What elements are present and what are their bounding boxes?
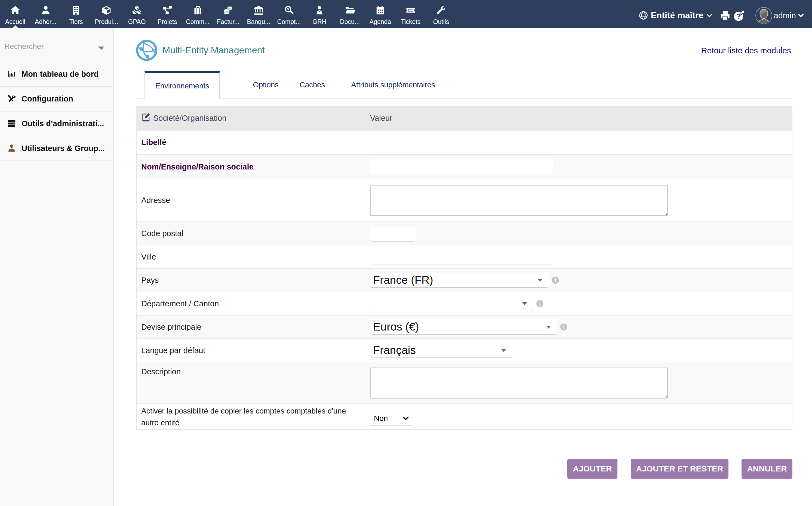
svg-text:$: $ (287, 7, 289, 11)
